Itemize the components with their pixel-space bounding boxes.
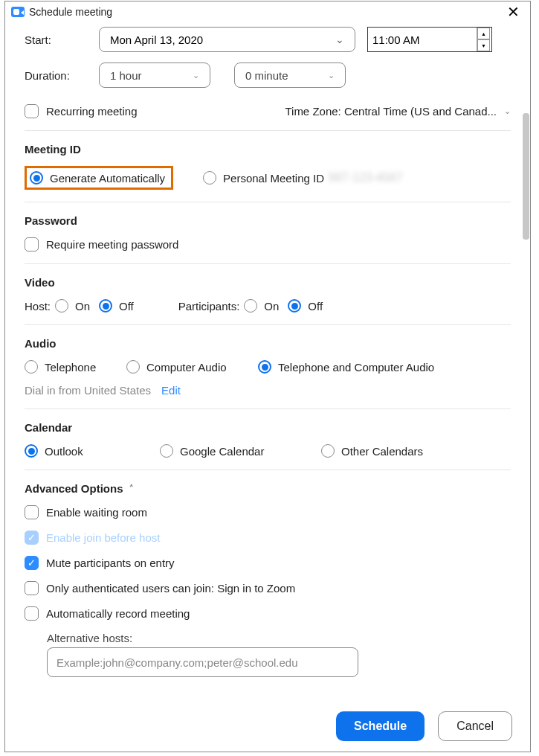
- authenticated-only-label: Only authenticated users can join: Sign …: [46, 582, 295, 595]
- auto-record-label: Automatically record meeting: [46, 607, 190, 620]
- advanced-options-label: Advanced Options: [25, 482, 123, 495]
- calendar-other-radio[interactable]: [321, 444, 335, 458]
- advanced-options-toggle[interactable]: Advanced Options ˄: [25, 482, 511, 495]
- dial-in-hint: Dial in from United States: [25, 384, 151, 397]
- start-date-select[interactable]: Mon April 13, 2020 ⌄: [99, 27, 355, 52]
- audio-computer-radio[interactable]: [126, 360, 140, 374]
- participants-video-on-radio[interactable]: [244, 299, 257, 313]
- spinner-down-icon[interactable]: ▼: [477, 39, 490, 51]
- participants-video-off-radio[interactable]: [288, 299, 301, 313]
- cancel-button[interactable]: Cancel: [438, 711, 512, 741]
- schedule-button-label: Schedule: [354, 720, 407, 733]
- scrollbar-thumb[interactable]: [523, 113, 529, 240]
- host-video-on-label: On: [75, 300, 90, 313]
- dial-edit-link[interactable]: Edit: [161, 384, 181, 397]
- time-spinner[interactable]: ▲ ▼: [477, 28, 490, 51]
- calendar-outlook-label: Outlook: [45, 445, 160, 458]
- personal-meeting-id-masked: 987-123-4567: [329, 171, 403, 185]
- start-date-value: Mon April 13, 2020: [110, 33, 203, 46]
- video-participants-label: Participants:: [178, 300, 240, 313]
- duration-label: Duration:: [25, 69, 99, 82]
- require-password-label: Require meeting password: [46, 238, 178, 251]
- chevron-down-icon: ⌄: [328, 71, 335, 80]
- close-button[interactable]: ✕: [503, 5, 524, 19]
- calendar-title: Calendar: [25, 421, 511, 434]
- require-password-checkbox[interactable]: [25, 237, 39, 252]
- timezone-select[interactable]: Time Zone: Central Time (US and Canad...…: [285, 105, 511, 118]
- schedule-button[interactable]: Schedule: [336, 711, 425, 741]
- calendar-google-radio[interactable]: [160, 444, 173, 458]
- waiting-room-label: Enable waiting room: [46, 506, 147, 519]
- audio-computer-label: Computer Audio: [146, 361, 258, 374]
- mute-on-entry-checkbox[interactable]: ✓: [25, 556, 39, 570]
- cancel-button-label: Cancel: [456, 720, 494, 733]
- spinner-up-icon[interactable]: ▲: [477, 28, 490, 39]
- duration-hours-select[interactable]: 1 hour ⌄: [99, 63, 210, 88]
- participants-video-off-label: Off: [308, 300, 323, 313]
- waiting-room-checkbox[interactable]: [25, 505, 39, 519]
- host-video-off-label: Off: [119, 300, 134, 313]
- schedule-meeting-dialog: Schedule meeting ✕ Start: Mon April 13, …: [4, 1, 531, 752]
- meeting-id-title: Meeting ID: [25, 143, 511, 156]
- duration-hours-value: 1 hour: [110, 69, 142, 82]
- recurring-checkbox[interactable]: [25, 104, 39, 118]
- auto-record-checkbox[interactable]: [25, 606, 39, 621]
- calendar-outlook-radio[interactable]: [25, 444, 38, 458]
- video-host-label: Host:: [25, 300, 51, 313]
- join-before-host-checkbox: ✓: [25, 531, 39, 545]
- duration-minutes-select[interactable]: 0 minute ⌄: [234, 63, 346, 88]
- host-video-on-radio[interactable]: [55, 299, 68, 313]
- join-before-host-label: Enable join before host: [46, 531, 160, 544]
- start-time-value: 11:00 AM: [372, 33, 419, 46]
- audio-title: Audio: [25, 337, 511, 350]
- zoom-icon: [11, 7, 25, 17]
- alt-hosts-label: Alternative hosts:: [47, 632, 511, 644]
- chevron-down-icon: ⌄: [193, 71, 199, 80]
- personal-meeting-radio[interactable]: [203, 171, 216, 185]
- personal-meeting-label: Personal Meeting ID: [223, 172, 324, 185]
- host-video-off-radio[interactable]: [99, 299, 112, 313]
- alt-hosts-input[interactable]: Example:john@company.com;peter@school.ed…: [47, 647, 358, 677]
- start-time-input[interactable]: 11:00 AM ▲ ▼: [367, 27, 492, 52]
- audio-both-radio[interactable]: [258, 360, 271, 374]
- video-title: Video: [25, 276, 511, 289]
- mute-on-entry-label: Mute participants on entry: [46, 557, 175, 569]
- chevron-down-icon: ⌄: [504, 106, 511, 116]
- generate-auto-highlight: Generate Automatically: [25, 166, 173, 190]
- window-title: Schedule meeting: [29, 6, 112, 18]
- generate-auto-radio[interactable]: [30, 171, 43, 185]
- generate-auto-label: Generate Automatically: [50, 172, 165, 185]
- chevron-up-icon: ˄: [129, 484, 134, 493]
- start-label: Start:: [25, 33, 99, 46]
- duration-minutes-value: 0 minute: [245, 69, 288, 82]
- participants-video-on-label: On: [264, 300, 279, 313]
- title-bar: Schedule meeting ✕: [5, 1, 530, 22]
- calendar-other-label: Other Calendars: [341, 445, 423, 458]
- timezone-label: Time Zone: Central Time (US and Canad...: [285, 105, 497, 118]
- chevron-down-icon: ⌄: [335, 33, 344, 45]
- audio-both-label: Telephone and Computer Audio: [278, 361, 434, 374]
- audio-telephone-radio[interactable]: [25, 360, 38, 374]
- recurring-label: Recurring meeting: [46, 105, 138, 118]
- password-title: Password: [25, 214, 511, 227]
- authenticated-only-checkbox[interactable]: [25, 581, 39, 595]
- audio-telephone-label: Telephone: [45, 361, 126, 374]
- alt-hosts-placeholder: Example:john@company.com;peter@school.ed…: [57, 656, 298, 669]
- calendar-google-label: Google Calendar: [180, 445, 321, 458]
